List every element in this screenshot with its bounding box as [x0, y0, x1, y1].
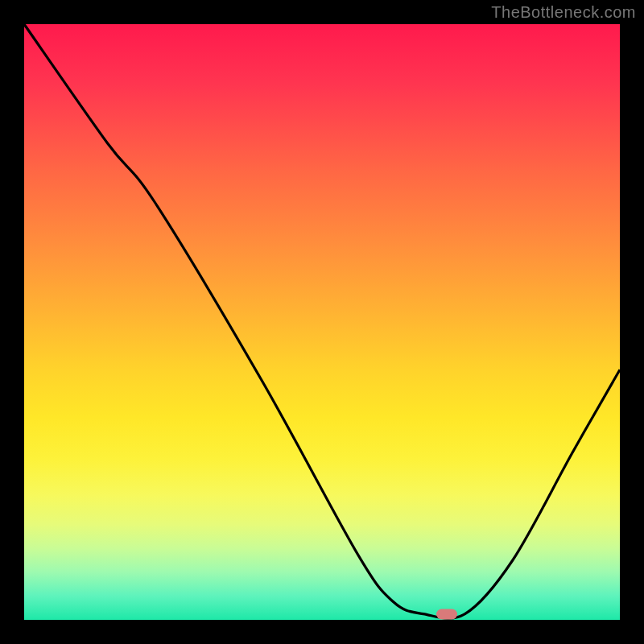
watermark-text: TheBottleneck.com	[491, 3, 636, 22]
bottleneck-curve	[24, 24, 620, 620]
curve-path	[24, 24, 620, 618]
optimal-point-marker	[436, 609, 457, 619]
chart-frame: TheBottleneck.com	[0, 0, 644, 644]
plot-area	[24, 24, 620, 620]
